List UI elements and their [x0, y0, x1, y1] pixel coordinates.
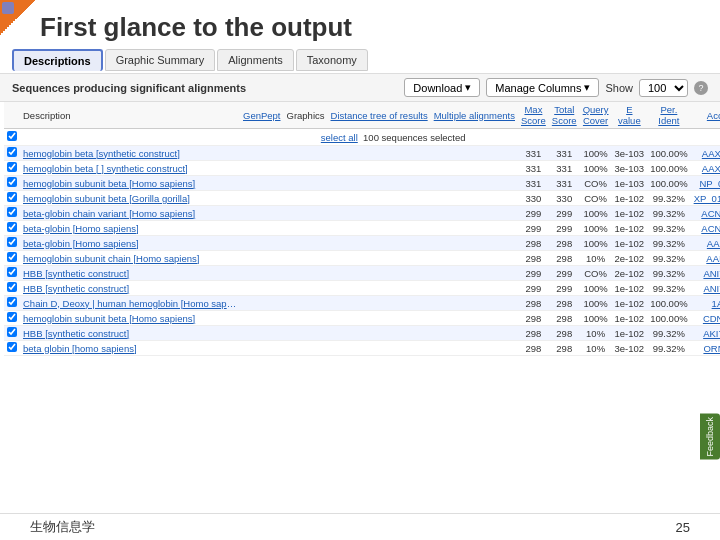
- row-description[interactable]: beta-globin chain variant [Homo sapiens]: [20, 206, 240, 221]
- tabs-container: Descriptions Graphic Summary Alignments …: [0, 49, 720, 71]
- row-checkbox[interactable]: [4, 146, 20, 161]
- row-evalue: 3e-103: [612, 146, 648, 161]
- row-total-score: 299: [549, 221, 580, 236]
- row-accession[interactable]: ACN68434.1: [691, 206, 720, 221]
- row-graphics: [284, 341, 328, 356]
- row-accession[interactable]: ORN68124.: [691, 341, 720, 356]
- tab-alignments[interactable]: Alignments: [217, 49, 293, 71]
- row-total-score: 299: [549, 206, 580, 221]
- row-checkbox[interactable]: [4, 251, 20, 266]
- table-row: hemoglobin subunit beta [Homo sapiens] 2…: [4, 311, 720, 326]
- select-all-link[interactable]: select all: [321, 132, 358, 143]
- col-genpept: GenPept: [240, 102, 284, 129]
- table-row: HBB [synthetic construct] 299 299 CO% 2e…: [4, 266, 720, 281]
- row-per-ident: 99.32%: [647, 326, 691, 341]
- row-description[interactable]: hemoglobin beta [ ] synthetic construct]: [20, 161, 240, 176]
- row-query-cover: 100%: [580, 311, 612, 326]
- results-table-container: Description GenPept Graphics Distance tr…: [0, 102, 720, 356]
- row-checkbox[interactable]: [4, 326, 20, 341]
- row-multiple-align: [431, 251, 518, 266]
- feedback-button[interactable]: Feedback: [700, 414, 720, 460]
- row-genpept: [240, 326, 284, 341]
- tab-taxonomy[interactable]: Taxonomy: [296, 49, 368, 71]
- download-button[interactable]: Download ▾: [404, 78, 480, 97]
- row-total-score: 330: [549, 191, 580, 206]
- row-checkbox[interactable]: [4, 161, 20, 176]
- row-description[interactable]: hemoglobin subunit beta [Gorilla gorilla…: [20, 191, 240, 206]
- col-max-score: MaxScore: [518, 102, 549, 129]
- row-description[interactable]: hemoglobin subunit chain [Homo sapiens]: [20, 251, 240, 266]
- row-evalue: 1e-102: [612, 296, 648, 311]
- tab-descriptions[interactable]: Descriptions: [12, 49, 103, 71]
- row-total-score: 298: [549, 326, 580, 341]
- row-graphics: [284, 251, 328, 266]
- col-checkbox: [4, 102, 20, 129]
- row-checkbox[interactable]: [4, 296, 20, 311]
- row-accession[interactable]: NP_000359.1: [691, 176, 720, 191]
- row-genpept: [240, 311, 284, 326]
- row-graphics: [284, 206, 328, 221]
- row-accession[interactable]: XP_018917C9.1: [691, 191, 720, 206]
- row-description[interactable]: HBB [synthetic construct]: [20, 281, 240, 296]
- row-checkbox[interactable]: [4, 236, 20, 251]
- row-accession[interactable]: AAX29017.1: [691, 161, 720, 176]
- tab-graphic-summary[interactable]: Graphic Summary: [105, 49, 216, 71]
- row-total-score: 299: [549, 266, 580, 281]
- row-max-score: 299: [518, 266, 549, 281]
- row-per-ident: 100.00%: [647, 296, 691, 311]
- select-all-checkbox[interactable]: [4, 129, 20, 146]
- row-accession[interactable]: ANI70511.1: [691, 281, 720, 296]
- row-accession[interactable]: CDN8R124.: [691, 311, 720, 326]
- row-checkbox[interactable]: [4, 341, 20, 356]
- row-per-ident: 99.32%: [647, 221, 691, 236]
- manage-columns-chevron-icon: ▾: [584, 81, 590, 94]
- row-max-score: 298: [518, 296, 549, 311]
- row-description[interactable]: hemoglobin subunit beta [Homo sapiens]: [20, 311, 240, 326]
- row-description[interactable]: beta-globin [Homo sapiens]: [20, 221, 240, 236]
- row-max-score: 298: [518, 341, 549, 356]
- select-all-label: select all 100 sequences selected: [20, 129, 720, 146]
- row-description[interactable]: beta globin [homo sapiens]: [20, 341, 240, 356]
- row-total-score: 298: [549, 341, 580, 356]
- row-multiple-align: [431, 296, 518, 311]
- section-controls: Download ▾ Manage Columns ▾ Show 100 50 …: [404, 78, 708, 97]
- download-chevron-icon: ▾: [465, 81, 471, 94]
- row-checkbox[interactable]: [4, 176, 20, 191]
- row-checkbox[interactable]: [4, 191, 20, 206]
- manage-columns-button[interactable]: Manage Columns ▾: [486, 78, 599, 97]
- row-accession[interactable]: ANI70519.1: [691, 266, 720, 281]
- row-checkbox[interactable]: [4, 281, 20, 296]
- row-query-cover: 100%: [580, 146, 612, 161]
- row-description[interactable]: HBB [synthetic construct]: [20, 326, 240, 341]
- row-description[interactable]: hemoglobin subunit beta [Homo sapiens]: [20, 176, 240, 191]
- show-select[interactable]: 100 50 20: [639, 79, 688, 97]
- row-description[interactable]: HBB [synthetic construct]: [20, 266, 240, 281]
- row-description[interactable]: Chain D, Deoxy | human hemoglobin [Homo …: [20, 296, 240, 311]
- row-per-ident: 99.32%: [647, 341, 691, 356]
- row-accession[interactable]: AAI1584.1: [691, 251, 720, 266]
- row-max-score: 299: [518, 206, 549, 221]
- row-multiple-align: [431, 146, 518, 161]
- row-genpept: [240, 146, 284, 161]
- row-evalue: 1e-102: [612, 236, 648, 251]
- row-accession[interactable]: AKI70V88.1: [691, 326, 720, 341]
- row-accession[interactable]: ACN68834.1: [691, 221, 720, 236]
- row-total-score: 298: [549, 311, 580, 326]
- row-per-ident: 99.32%: [647, 236, 691, 251]
- row-query-cover: CO%: [580, 176, 612, 191]
- row-description[interactable]: beta-globin [Homo sapiens]: [20, 236, 240, 251]
- help-icon[interactable]: ?: [694, 81, 708, 95]
- row-multiple-align: [431, 206, 518, 221]
- row-max-score: 299: [518, 221, 549, 236]
- row-max-score: 298: [518, 326, 549, 341]
- row-graphics: [284, 296, 328, 311]
- row-accession[interactable]: AAX29017.1: [691, 146, 720, 161]
- row-accession[interactable]: AAI3C8L1: [691, 236, 720, 251]
- row-checkbox[interactable]: [4, 206, 20, 221]
- row-description[interactable]: hemoglobin beta [synthetic construct]: [20, 146, 240, 161]
- row-checkbox[interactable]: [4, 311, 20, 326]
- row-checkbox[interactable]: [4, 266, 20, 281]
- row-genpept: [240, 281, 284, 296]
- row-accession[interactable]: 1ASN.B: [691, 296, 720, 311]
- row-checkbox[interactable]: [4, 221, 20, 236]
